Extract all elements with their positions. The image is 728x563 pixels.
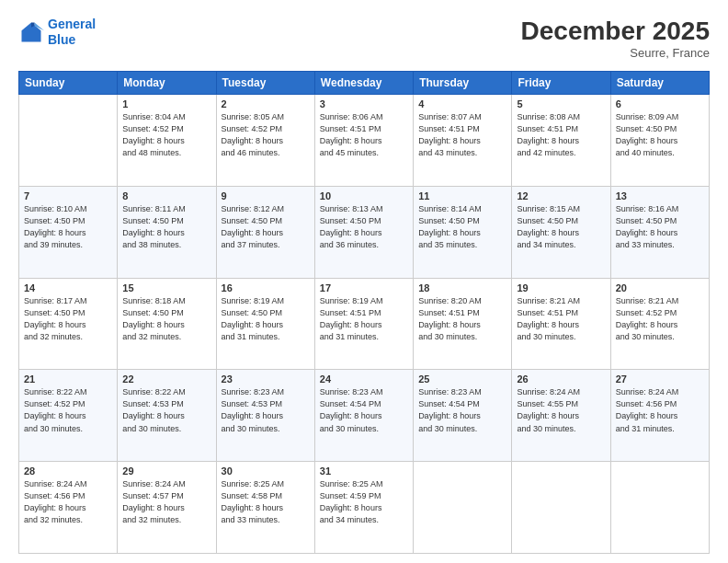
- calendar-cell: 2Sunrise: 8:05 AM Sunset: 4:52 PM Daylig…: [216, 95, 314, 187]
- cell-content: Sunrise: 8:15 AM Sunset: 4:50 PM Dayligh…: [517, 203, 605, 251]
- calendar-cell: [610, 462, 709, 554]
- day-number: 29: [122, 465, 210, 477]
- calendar-cell: 20Sunrise: 8:21 AM Sunset: 4:52 PM Dayli…: [610, 278, 709, 370]
- calendar-cell: [19, 95, 118, 187]
- calendar-cell: 29Sunrise: 8:24 AM Sunset: 4:57 PM Dayli…: [118, 462, 216, 554]
- cell-content: Sunrise: 8:25 AM Sunset: 4:59 PM Dayligh…: [320, 478, 408, 526]
- cell-content: Sunrise: 8:20 AM Sunset: 4:51 PM Dayligh…: [418, 295, 506, 343]
- day-number: 22: [122, 373, 210, 385]
- calendar-cell: 19Sunrise: 8:21 AM Sunset: 4:51 PM Dayli…: [512, 278, 610, 370]
- calendar-cell: 12Sunrise: 8:15 AM Sunset: 4:50 PM Dayli…: [512, 186, 610, 278]
- day-number: 21: [24, 373, 112, 385]
- calendar-cell: 5Sunrise: 8:08 AM Sunset: 4:51 PM Daylig…: [512, 95, 610, 187]
- cell-content: Sunrise: 8:11 AM Sunset: 4:50 PM Dayligh…: [122, 203, 210, 251]
- day-number: 16: [222, 282, 310, 293]
- cell-content: Sunrise: 8:24 AM Sunset: 4:56 PM Dayligh…: [616, 386, 704, 434]
- cell-content: Sunrise: 8:08 AM Sunset: 4:51 PM Dayligh…: [517, 111, 605, 159]
- cell-content: Sunrise: 8:10 AM Sunset: 4:50 PM Dayligh…: [24, 203, 112, 251]
- calendar-cell: 7Sunrise: 8:10 AM Sunset: 4:50 PM Daylig…: [19, 186, 118, 278]
- cell-content: Sunrise: 8:06 AM Sunset: 4:51 PM Dayligh…: [320, 111, 408, 159]
- calendar-cell: 26Sunrise: 8:24 AM Sunset: 4:55 PM Dayli…: [512, 370, 610, 462]
- day-number: 9: [222, 190, 310, 201]
- day-number: 23: [222, 373, 310, 385]
- calendar-cell: [512, 462, 610, 554]
- calendar-cell: 9Sunrise: 8:12 AM Sunset: 4:50 PM Daylig…: [216, 186, 314, 278]
- cell-content: Sunrise: 8:22 AM Sunset: 4:52 PM Dayligh…: [24, 386, 112, 434]
- cell-content: Sunrise: 8:23 AM Sunset: 4:54 PM Dayligh…: [418, 386, 506, 434]
- header: General Blue December 2025 Seurre, Franc…: [18, 17, 710, 60]
- page: General Blue December 2025 Seurre, Franc…: [0, 0, 728, 563]
- col-header-sunday: Sunday: [19, 72, 118, 95]
- col-header-thursday: Thursday: [414, 72, 512, 95]
- calendar-cell: 15Sunrise: 8:18 AM Sunset: 4:50 PM Dayli…: [118, 278, 216, 370]
- day-number: 7: [24, 190, 112, 201]
- cell-content: Sunrise: 8:14 AM Sunset: 4:50 PM Dayligh…: [418, 203, 506, 251]
- cell-content: Sunrise: 8:09 AM Sunset: 4:50 PM Dayligh…: [616, 111, 704, 159]
- calendar-cell: [414, 462, 512, 554]
- calendar-cell: 16Sunrise: 8:19 AM Sunset: 4:50 PM Dayli…: [216, 278, 314, 370]
- cell-content: Sunrise: 8:19 AM Sunset: 4:50 PM Dayligh…: [222, 295, 310, 343]
- day-number: 18: [418, 282, 506, 293]
- cell-content: Sunrise: 8:24 AM Sunset: 4:57 PM Dayligh…: [122, 478, 210, 526]
- cell-content: Sunrise: 8:22 AM Sunset: 4:53 PM Dayligh…: [122, 386, 210, 434]
- cell-content: Sunrise: 8:19 AM Sunset: 4:51 PM Dayligh…: [320, 295, 408, 343]
- day-number: 4: [418, 98, 506, 109]
- cell-content: Sunrise: 8:23 AM Sunset: 4:53 PM Dayligh…: [222, 386, 310, 434]
- day-number: 14: [24, 282, 112, 293]
- calendar-header-row: SundayMondayTuesdayWednesdayThursdayFrid…: [19, 72, 710, 95]
- calendar-cell: 24Sunrise: 8:23 AM Sunset: 4:54 PM Dayli…: [314, 370, 413, 462]
- col-header-wednesday: Wednesday: [314, 72, 413, 95]
- cell-content: Sunrise: 8:21 AM Sunset: 4:51 PM Dayligh…: [517, 295, 605, 343]
- cell-content: Sunrise: 8:21 AM Sunset: 4:52 PM Dayligh…: [616, 295, 704, 343]
- day-number: 25: [418, 373, 506, 385]
- calendar-cell: 23Sunrise: 8:23 AM Sunset: 4:53 PM Dayli…: [216, 370, 314, 462]
- cell-content: Sunrise: 8:24 AM Sunset: 4:56 PM Dayligh…: [24, 478, 112, 526]
- day-number: 26: [517, 373, 605, 385]
- cell-content: Sunrise: 8:12 AM Sunset: 4:50 PM Dayligh…: [222, 203, 310, 251]
- day-number: 31: [320, 465, 408, 477]
- cell-content: Sunrise: 8:16 AM Sunset: 4:50 PM Dayligh…: [616, 203, 704, 251]
- calendar-cell: 4Sunrise: 8:07 AM Sunset: 4:51 PM Daylig…: [414, 95, 512, 187]
- day-number: 10: [320, 190, 408, 201]
- day-number: 3: [320, 98, 408, 109]
- day-number: 13: [616, 190, 704, 201]
- logo-text: General Blue: [48, 17, 96, 48]
- logo-line2: Blue: [48, 32, 75, 47]
- calendar-table: SundayMondayTuesdayWednesdayThursdayFrid…: [18, 71, 710, 554]
- calendar-cell: 10Sunrise: 8:13 AM Sunset: 4:50 PM Dayli…: [314, 186, 413, 278]
- day-number: 27: [616, 373, 704, 385]
- col-header-monday: Monday: [118, 72, 216, 95]
- day-number: 28: [24, 465, 112, 477]
- calendar-cell: 25Sunrise: 8:23 AM Sunset: 4:54 PM Dayli…: [414, 370, 512, 462]
- calendar-cell: 13Sunrise: 8:16 AM Sunset: 4:50 PM Dayli…: [610, 186, 709, 278]
- calendar-cell: 14Sunrise: 8:17 AM Sunset: 4:50 PM Dayli…: [19, 278, 118, 370]
- cell-content: Sunrise: 8:18 AM Sunset: 4:50 PM Dayligh…: [122, 295, 210, 343]
- cell-content: Sunrise: 8:07 AM Sunset: 4:51 PM Dayligh…: [418, 111, 506, 159]
- calendar-cell: 18Sunrise: 8:20 AM Sunset: 4:51 PM Dayli…: [414, 278, 512, 370]
- day-number: 11: [418, 190, 506, 201]
- calendar-cell: 27Sunrise: 8:24 AM Sunset: 4:56 PM Dayli…: [610, 370, 709, 462]
- cell-content: Sunrise: 8:04 AM Sunset: 4:52 PM Dayligh…: [122, 111, 210, 159]
- cell-content: Sunrise: 8:13 AM Sunset: 4:50 PM Dayligh…: [320, 203, 408, 251]
- calendar-cell: 17Sunrise: 8:19 AM Sunset: 4:51 PM Dayli…: [314, 278, 413, 370]
- week-row-3: 21Sunrise: 8:22 AM Sunset: 4:52 PM Dayli…: [19, 370, 710, 462]
- logo-line1: General: [48, 17, 96, 31]
- calendar-cell: 11Sunrise: 8:14 AM Sunset: 4:50 PM Dayli…: [414, 186, 512, 278]
- title-block: December 2025 Seurre, France: [521, 17, 710, 60]
- day-number: 5: [517, 98, 605, 109]
- day-number: 20: [616, 282, 704, 293]
- week-row-0: 1Sunrise: 8:04 AM Sunset: 4:52 PM Daylig…: [19, 95, 710, 187]
- col-header-friday: Friday: [512, 72, 610, 95]
- day-number: 12: [517, 190, 605, 201]
- calendar-cell: 6Sunrise: 8:09 AM Sunset: 4:50 PM Daylig…: [610, 95, 709, 187]
- day-number: 15: [122, 282, 210, 293]
- calendar-cell: 21Sunrise: 8:22 AM Sunset: 4:52 PM Dayli…: [19, 370, 118, 462]
- day-number: 1: [122, 98, 210, 109]
- calendar-cell: 31Sunrise: 8:25 AM Sunset: 4:59 PM Dayli…: [314, 462, 413, 554]
- day-number: 2: [222, 98, 310, 109]
- day-number: 6: [616, 98, 704, 109]
- day-number: 8: [122, 190, 210, 201]
- cell-content: Sunrise: 8:05 AM Sunset: 4:52 PM Dayligh…: [222, 111, 310, 159]
- cell-content: Sunrise: 8:24 AM Sunset: 4:55 PM Dayligh…: [517, 386, 605, 434]
- week-row-1: 7Sunrise: 8:10 AM Sunset: 4:50 PM Daylig…: [19, 186, 710, 278]
